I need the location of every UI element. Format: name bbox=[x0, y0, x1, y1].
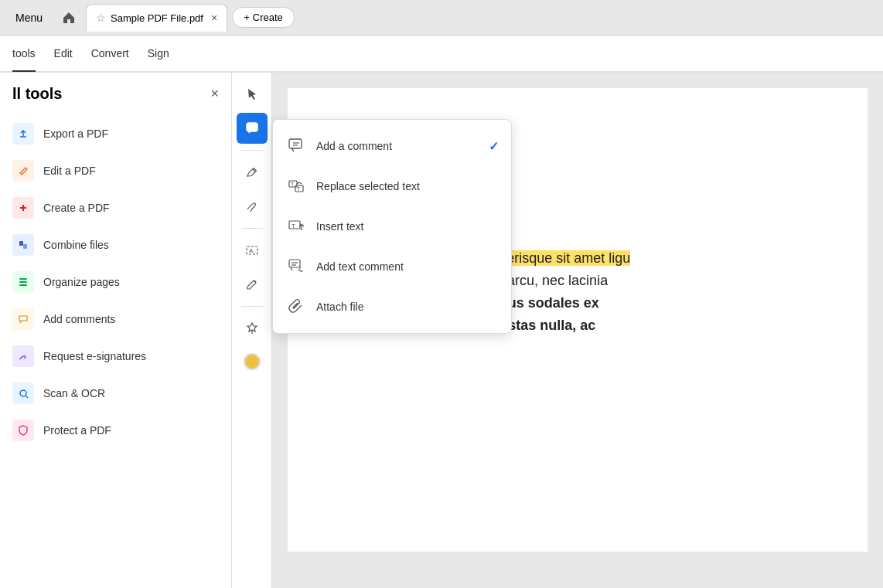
highlight-button[interactable] bbox=[237, 269, 268, 300]
browser-bar: Menu ☆ Sample PDF File.pdf × + Create bbox=[0, 0, 883, 36]
edit-svg bbox=[16, 164, 30, 178]
dropdown-label-insert-text: Insert text bbox=[316, 220, 363, 233]
sidebar-item-label-export: Export a PDF bbox=[43, 127, 108, 140]
sidebar-close-button[interactable]: × bbox=[210, 86, 219, 102]
create-plus-icon: + bbox=[244, 12, 250, 23]
add-comment-icon bbox=[285, 135, 307, 157]
svg-rect-7 bbox=[19, 278, 27, 280]
dropdown-label-add-text-comment: Add text comment bbox=[316, 260, 404, 273]
sidebar-item-export[interactable]: Export a PDF bbox=[0, 115, 231, 152]
nav-item-sign[interactable]: Sign bbox=[148, 36, 169, 72]
draw-icon bbox=[245, 199, 259, 213]
esign-svg bbox=[16, 349, 30, 363]
svg-text:T: T bbox=[297, 186, 301, 192]
highlight-icon bbox=[245, 277, 259, 291]
pin-icon bbox=[245, 321, 259, 335]
pin-button[interactable] bbox=[237, 313, 268, 344]
insert-text-icon: T bbox=[285, 216, 307, 237]
text-box-button[interactable]: A bbox=[237, 235, 268, 266]
svg-point-17 bbox=[249, 127, 251, 128]
svg-rect-8 bbox=[19, 281, 27, 283]
dropdown-item-attach-file[interactable]: Attach file bbox=[273, 287, 511, 327]
tab-title: Sample PDF File.pdf bbox=[111, 12, 203, 24]
protect-svg bbox=[16, 423, 30, 437]
svg-point-19 bbox=[254, 127, 255, 128]
select-tool-button[interactable] bbox=[237, 79, 268, 110]
draw-button[interactable] bbox=[237, 191, 268, 222]
sidebar-item-label-protect: Protect a PDF bbox=[43, 424, 111, 437]
attach-file-svg bbox=[288, 298, 305, 315]
comments-icon bbox=[12, 308, 34, 330]
edit-text-button[interactable] bbox=[237, 157, 268, 188]
ocr-icon bbox=[12, 382, 34, 404]
dropdown-label-attach-file: Attach file bbox=[316, 301, 363, 313]
browser-tab: ☆ Sample PDF File.pdf × bbox=[86, 4, 227, 32]
add-text-comment-icon bbox=[285, 256, 307, 277]
comment-tool-button[interactable] bbox=[237, 113, 268, 144]
comments-svg bbox=[16, 312, 30, 326]
sidebar-item-create[interactable]: Create a PDF bbox=[0, 189, 231, 226]
sidebar-header: ll tools × bbox=[0, 85, 231, 115]
add-text-comment-svg bbox=[288, 258, 305, 275]
create-label: Create bbox=[253, 12, 283, 23]
sidebar-item-ocr[interactable]: Scan & OCR bbox=[0, 375, 231, 412]
svg-rect-9 bbox=[19, 284, 27, 286]
tab-close-button[interactable]: × bbox=[211, 12, 217, 24]
sidebar-item-protect[interactable]: Protect a PDF bbox=[0, 412, 231, 449]
dropdown-item-add-text-comment[interactable]: Add text comment bbox=[273, 246, 511, 287]
svg-rect-23 bbox=[289, 139, 302, 148]
toolbar-divider-1 bbox=[241, 150, 263, 151]
app-nav: tools Edit Convert Sign bbox=[0, 36, 883, 73]
tab-star-icon: ☆ bbox=[96, 12, 106, 24]
replace-text-svg: T T bbox=[288, 178, 305, 195]
comment-dropdown-menu: Add a comment ✓ T T Replace selected tex… bbox=[272, 119, 512, 334]
home-button[interactable] bbox=[56, 5, 81, 30]
home-icon bbox=[62, 11, 76, 25]
attach-file-icon bbox=[285, 296, 307, 318]
sidebar-item-esign[interactable]: Request e-signatures bbox=[0, 338, 231, 375]
edit-text-icon bbox=[245, 165, 259, 179]
esign-icon bbox=[12, 345, 34, 367]
replace-text-icon: T T bbox=[285, 175, 307, 197]
create-pdf-icon bbox=[12, 197, 34, 219]
vertical-toolbar: A bbox=[232, 73, 272, 588]
svg-rect-1 bbox=[18, 165, 29, 176]
comment-tool-icon bbox=[245, 121, 259, 135]
svg-rect-32 bbox=[289, 260, 300, 267]
combine-icon bbox=[12, 234, 34, 256]
dropdown-item-insert-text[interactable]: T Insert text bbox=[273, 206, 511, 246]
protect-icon bbox=[12, 420, 34, 441]
dropdown-item-add-comment[interactable]: Add a comment ✓ bbox=[273, 126, 511, 166]
toolbar-divider-2 bbox=[241, 228, 263, 229]
menu-button[interactable]: Menu bbox=[6, 8, 52, 27]
sidebar-title: ll tools bbox=[12, 85, 62, 103]
select-icon bbox=[245, 87, 259, 101]
sidebar-item-edit[interactable]: Edit a PDF bbox=[0, 152, 231, 189]
svg-point-18 bbox=[251, 127, 253, 128]
checkmark-icon: ✓ bbox=[489, 139, 499, 154]
sidebar-item-comments[interactable]: Add comments bbox=[0, 301, 231, 338]
sidebar-item-label-organize: Organize pages bbox=[43, 276, 120, 288]
dropdown-item-replace-text[interactable]: T T Replace selected text bbox=[273, 166, 511, 206]
sidebar-item-label-edit: Edit a PDF bbox=[43, 165, 96, 177]
svg-text:T: T bbox=[291, 223, 295, 229]
nav-item-convert[interactable]: Convert bbox=[91, 36, 129, 72]
main-layout: ll tools × Export a PDF Edit a PDF Creat… bbox=[0, 73, 883, 588]
text-box-icon: A bbox=[245, 243, 259, 257]
nav-item-tools[interactable]: tools bbox=[12, 36, 36, 72]
create-button[interactable]: + Create bbox=[232, 7, 295, 28]
add-comment-svg bbox=[288, 138, 305, 155]
edit-icon bbox=[12, 160, 34, 182]
sidebar-item-combine[interactable]: Combine files bbox=[0, 226, 231, 263]
organize-icon bbox=[12, 271, 34, 293]
ocr-svg bbox=[16, 386, 30, 400]
sidebar: ll tools × Export a PDF Edit a PDF Creat… bbox=[0, 73, 232, 588]
svg-text:T: T bbox=[291, 182, 295, 187]
nav-item-edit[interactable]: Edit bbox=[54, 36, 73, 72]
sidebar-item-label-ocr: Scan & OCR bbox=[43, 387, 105, 399]
color-picker[interactable] bbox=[244, 353, 261, 370]
dropdown-label-replace-text: Replace selected text bbox=[316, 180, 420, 192]
sidebar-item-label-esign: Request e-signatures bbox=[43, 350, 146, 362]
sidebar-item-organize[interactable]: Organize pages bbox=[0, 263, 231, 301]
content-area: A bbox=[232, 73, 883, 588]
